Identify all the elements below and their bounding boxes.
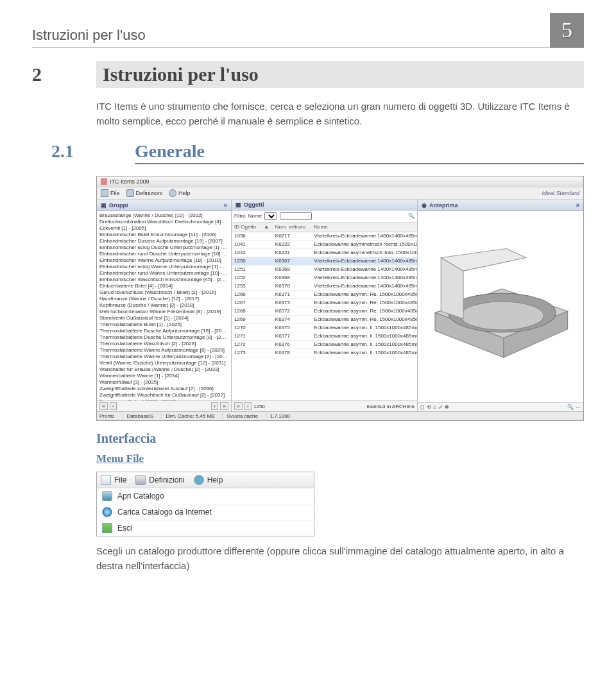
subsection-title: Generale	[135, 141, 584, 164]
table-row[interactable]: 1270K6375Eckbadewanne asymm. li. 1500x10…	[232, 324, 417, 332]
menu-exit[interactable]: Esci	[97, 520, 314, 536]
view-tool-4[interactable]: ⤢	[438, 404, 443, 410]
filter-select[interactable]	[264, 212, 277, 220]
table-row[interactable]: 1266K6371Eckbadewanne asymm. Re. 1500x10…	[232, 291, 417, 299]
group-item[interactable]: Brausestange (Wanne / Dusche) [10] - [20…	[99, 212, 228, 219]
groups-nav-prev[interactable]: ‹	[110, 402, 117, 410]
group-item[interactable]: Zweigriffbatterie schwenkbarer Auslauf […	[99, 386, 228, 392]
menu-file[interactable]: File	[101, 189, 120, 197]
groups-nav-next[interactable]: ›	[211, 402, 218, 410]
col-sort[interactable]: ▲	[261, 223, 272, 232]
objects-table[interactable]: ID Ogetto ▲ Num. articolo Nome 1036K6217…	[232, 223, 417, 357]
table-row[interactable]: 1269K6374Eckbadewanne asymm. Re. 1500x10…	[232, 316, 417, 324]
group-item[interactable]: Thermostatbatterie Dusche Aufputzmontage…	[99, 328, 228, 334]
status-db: DatabaseIS	[123, 413, 154, 419]
panel-header-gruppi: ▣ Gruppi «	[97, 200, 231, 211]
group-item[interactable]: Thermostatbatterie Wanne Aufputzmontage …	[99, 347, 228, 354]
menu-open-catalog[interactable]: Apri Catalogo	[97, 488, 314, 504]
filter-input[interactable]	[280, 212, 312, 220]
menu-file-screenshot: File Definizioni Help Apri Catalogo Cari…	[96, 472, 314, 536]
filter-find-icon[interactable]: 🔍	[408, 213, 415, 219]
group-item[interactable]: Thermostatbatterie Dusche Unterputzmonta…	[99, 334, 228, 341]
view-tool-zoom[interactable]: 🔍	[567, 404, 574, 410]
obj-nav-prev[interactable]: ‹	[244, 402, 252, 410]
col-name[interactable]: Nome	[311, 223, 417, 232]
groups-nav-first[interactable]: «	[99, 402, 108, 410]
view-tool-2[interactable]: ⟲	[427, 404, 431, 410]
preview-3d-viewport[interactable]	[418, 211, 583, 402]
group-item[interactable]: Einhandmischer eckig Wanne Unterputzmont…	[99, 264, 228, 270]
table-row[interactable]: 1042K6221Eckbadewanne asymmetrisch links…	[232, 249, 417, 257]
menu-help[interactable]: Help	[169, 189, 191, 197]
group-item[interactable]: Einhandmischer Bidet Einlochmontage [11]…	[99, 232, 228, 238]
brand-logo[interactable]: Ideal Standard	[542, 190, 579, 196]
group-item[interactable]: Eckventil [1] - [2005]	[99, 225, 228, 232]
col-id[interactable]: ID Ogetto	[232, 223, 261, 232]
chevron-left-icon[interactable]: «	[223, 201, 227, 209]
table-row[interactable]: 1041K6222Eckbadewanne asymmetrisch recht…	[232, 241, 417, 249]
bathtub-3d-icon	[426, 221, 575, 393]
group-item[interactable]: Einlochbatterie Bidet [4] - [2014]	[99, 283, 228, 289]
app-icon	[101, 178, 107, 185]
view-tool-etc[interactable]: ⋯	[576, 404, 581, 410]
groups-nav-last[interactable]: »	[220, 402, 228, 410]
section-title: Istruzioni per l'uso	[96, 61, 584, 88]
ms-help-label: Help	[207, 475, 223, 484]
menu-definizioni[interactable]: Definizioni	[126, 189, 163, 197]
group-item[interactable]: Geruchsverschluss (Waschtisch / Bidet) […	[99, 289, 228, 296]
group-item[interactable]: Einhandmischer Dusche Aufputzmontage [19…	[99, 238, 228, 244]
group-item[interactable]: Einhandmischer eckig Dusche Unterputzmon…	[99, 244, 228, 251]
status-cache: Dim. Cache: 5,45 MB	[161, 413, 214, 419]
table-row[interactable]: 1251K6369Viertelkreis-Eckbadewanne 1400x…	[232, 266, 417, 274]
chevron-right-icon[interactable]: »	[576, 201, 579, 209]
group-item[interactable]: Handbrause (Wanne / Dusche) [12] - [2017…	[99, 296, 228, 302]
group-item[interactable]: Zweigriffbatterie Waschtisch für Gußausl…	[99, 392, 228, 398]
table-row[interactable]: 1273K6378Eckbadewanne asymm. li. 1500x10…	[232, 349, 417, 357]
header-title: Istruzioni per l'uso	[32, 27, 146, 47]
table-row[interactable]: 1272K6376Eckbadewanne asymm. li. 1500x10…	[232, 341, 417, 349]
ms-file[interactable]: File	[101, 475, 126, 485]
col-art[interactable]: Num. articolo	[273, 223, 312, 232]
group-item[interactable]: Einhandmischer rund Dusche Unterputzmont…	[99, 251, 228, 257]
group-item[interactable]: Einhandmischer Wanne Aufputzmontage [18]…	[99, 257, 228, 264]
group-item[interactable]: Thermostatbatterie Waschtisch [2] - [202…	[99, 341, 228, 347]
obj-nav-first[interactable]: «	[234, 402, 243, 410]
group-item[interactable]: Wandhalter für Brause (Wanne / Dusche) […	[99, 366, 228, 373]
group-item[interactable]: Standventil Gußauslauf fest [1] - [2024]	[99, 315, 228, 321]
menu-load-internet[interactable]: Carica Catalogo da Internet	[97, 504, 314, 520]
ms-defs-label: Definizioni	[149, 475, 184, 484]
table-row[interactable]: 1267K6373Eckbadewanne asymm. Re. 1500x10…	[232, 299, 417, 307]
group-item[interactable]: Einhandmischer rund Wanne Unterputzmonta…	[99, 270, 228, 277]
table-row[interactable]: 1250K6367Viertelkreis-Eckbadewanne 1400x…	[232, 257, 417, 266]
file-icon	[101, 189, 108, 197]
view-tool-1[interactable]: ◻	[420, 404, 425, 410]
ms-help[interactable]: Help	[194, 475, 223, 485]
ms-defs[interactable]: Definizioni	[135, 475, 184, 485]
anteprima-icon: ◉	[422, 202, 427, 209]
view-tool-3[interactable]: ⌂	[433, 404, 436, 410]
group-item[interactable]: Wannenfüllauf [3] - [2035]	[99, 379, 228, 386]
status-version: 1.7.1200	[266, 413, 290, 419]
table-row[interactable]: 1252K6368Viertelkreis-Eckbadewanne 1400x…	[232, 274, 417, 282]
group-item[interactable]: Einhandmischer Waschtisch Einlochmontage…	[99, 277, 228, 283]
status-clear-cache[interactable]: Svuota cache	[222, 413, 257, 419]
group-item[interactable]: Dreilochkombination Waschtisch Dreilochm…	[99, 219, 228, 225]
table-row[interactable]: 1271K6377Eckbadewanne asymm. li. 1500x10…	[232, 332, 417, 341]
view-tool-5[interactable]: ✥	[445, 404, 449, 410]
group-item[interactable]: Mehrlochkombination Wanne Fliesenbank [8…	[99, 309, 228, 315]
menu-help-label: Help	[178, 190, 191, 196]
svg-point-4	[460, 302, 543, 330]
table-row[interactable]: 1268K6372Eckbadewanne asymm. Re. 1500x10…	[232, 307, 417, 316]
group-item[interactable]: Ventil (Wanne /Dusche) Unterputzmontage …	[99, 360, 228, 366]
group-item[interactable]: Thermostatbatterie Bidet [1] - [2025]	[99, 321, 228, 328]
table-row[interactable]: 1036K6217Viertelkreis-Eckbadewanne 1400x…	[232, 232, 417, 241]
group-item[interactable]: Wannenbatterie Wanne [1] - [2034]	[99, 373, 228, 379]
group-item[interactable]: Thermostatbatterie Wanne Unterputzmontag…	[99, 354, 228, 360]
insert-archline-button[interactable]: Inserisci in ARCHline	[366, 404, 415, 409]
file-icon	[101, 475, 111, 485]
table-row[interactable]: 1253K6370Viertelkreis-Eckbadewanne 1400x…	[232, 282, 417, 291]
app-statusbar: Pronto DatabaseIS Dim. Cache: 5,45 MB Sv…	[97, 411, 583, 420]
globe-icon	[102, 507, 112, 517]
group-item[interactable]: Kopfbrause (Dusche / Wanne) [2] - [2018]	[99, 302, 228, 309]
groups-list[interactable]: Brausestange (Wanne / Dusche) [10] - [20…	[97, 211, 231, 400]
